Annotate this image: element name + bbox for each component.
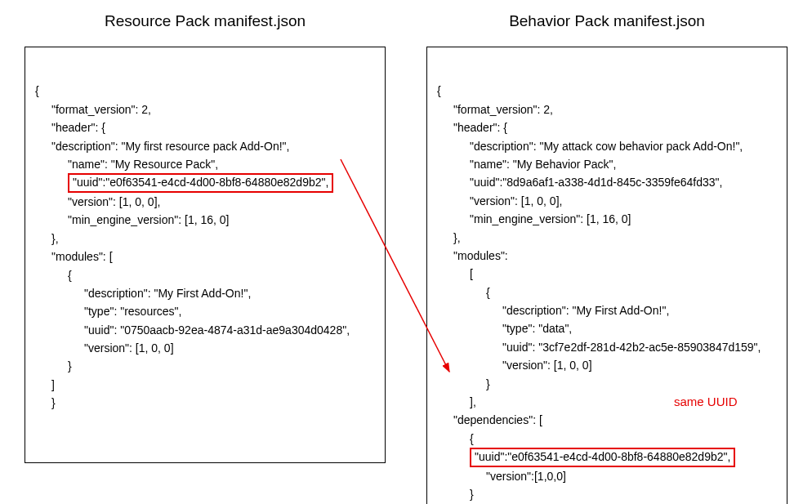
code-line: "uuid":"8d9a6af1-a338-4d1d-845c-3359fe64… [437, 176, 722, 189]
code-line: "min_engine_version": [1, 16, 0] [35, 213, 230, 226]
code-line: "header": { [35, 121, 105, 134]
code-line: "description": "My First Add-On!", [437, 304, 669, 317]
code-line: "version": [1, 0, 0] [437, 359, 592, 372]
code-line: "modules": [ [35, 250, 113, 263]
code-line: "description": "My First Add-On!", [35, 287, 251, 300]
code-line: [ [437, 267, 473, 280]
code-line: "dependencies": [ [437, 413, 542, 426]
code-line: { [437, 84, 441, 97]
code-line: { [35, 269, 72, 282]
code-line: "modules": [437, 249, 508, 262]
code-line: { [35, 84, 39, 97]
code-line: ], [437, 395, 476, 408]
same-uuid-annotation: same UUID [674, 395, 738, 408]
uuid-highlight-right: "uuid":"e0f63541-e4cd-4d00-8bf8-64880e82… [470, 448, 735, 467]
code-line: "description": "My first resource pack A… [35, 140, 289, 153]
resource-pack-code: { "format_version": 2, "header": { "desc… [25, 47, 386, 463]
code-line: } [35, 359, 72, 372]
code-line: } [437, 488, 474, 501]
code-line: "uuid": "0750aacb-92ea-4874-a31d-ae9a304… [35, 323, 350, 337]
code-line: }, [35, 232, 59, 245]
resource-pack-title: Resource Pack manifest.json [105, 12, 306, 30]
code-line: ] [35, 378, 55, 391]
behavior-pack-column: Behavior Pack manifest.json { "format_ve… [426, 12, 787, 504]
code-line: }, [437, 231, 461, 244]
code-line: "version":[1,0,0] [437, 470, 566, 483]
behavior-pack-title: Behavior Pack manifest.json [509, 12, 705, 30]
code-line: "format_version": 2, [437, 103, 553, 116]
code-line: "uuid": "3cf7e2df-281d-42b2-ac5e-8590384… [437, 341, 761, 354]
code-line: { [437, 286, 490, 299]
behavior-pack-code: { "format_version": 2, "header": { "desc… [426, 47, 787, 504]
code-line: "header": { [437, 121, 507, 134]
code-line: "uuid":"e0f63541-e4cd-4d00-8bf8-64880e82… [437, 450, 735, 463]
code-line: "min_engine_version": [1, 16, 0] [437, 212, 631, 225]
code-line: "name": "My Resource Pack", [35, 158, 218, 171]
diagram-container: Resource Pack manifest.json { "format_ve… [0, 0, 812, 504]
code-line: "version": [1, 0, 0], [437, 194, 562, 207]
code-line: "type": "resources", [35, 305, 181, 318]
code-line: "version": [1, 0, 0] [35, 341, 174, 355]
resource-pack-column: Resource Pack manifest.json { "format_ve… [25, 12, 386, 504]
code-line: "description": "My attack cow behavior p… [437, 140, 743, 153]
code-line: "format_version": 2, [35, 103, 151, 116]
code-line: } [437, 377, 490, 390]
code-line: { [437, 432, 474, 445]
code-line: "version": [1, 0, 0], [35, 195, 160, 208]
uuid-highlight-left: "uuid":"e0f63541-e4cd-4d00-8bf8-64880e82… [68, 173, 333, 193]
code-line: } [35, 396, 56, 409]
code-line: "type": "data", [437, 322, 572, 335]
code-line: "uuid":"e0f63541-e4cd-4d00-8bf8-64880e82… [35, 176, 333, 189]
code-line: "name": "My Behavior Pack", [437, 158, 616, 171]
